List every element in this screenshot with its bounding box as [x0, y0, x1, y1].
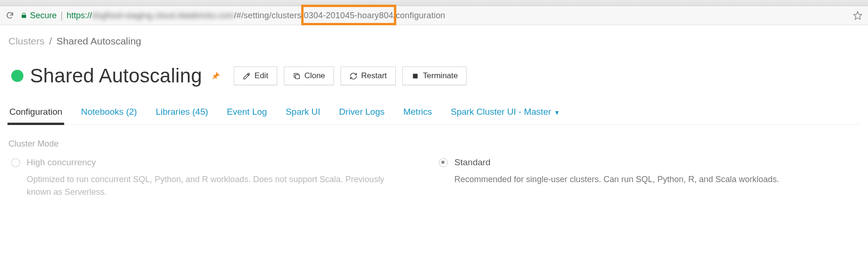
edit-button[interactable]: Edit [234, 66, 277, 85]
tab-spark-ui[interactable]: Spark UI [286, 105, 320, 125]
terminate-button[interactable]: Terminate [402, 66, 467, 85]
mode-standard-desc: Recommended for single-user clusters. Ca… [439, 173, 829, 186]
svg-rect-2 [413, 74, 417, 78]
tab-spark-cluster-ui-label: Spark Cluster UI - Master [451, 107, 551, 117]
secure-label: Secure [30, 11, 57, 21]
clone-button[interactable]: Clone [284, 66, 334, 85]
breadcrumb: Clusters / Shared Autoscaling [8, 36, 860, 47]
breadcrumb-root[interactable]: Clusters [8, 36, 45, 46]
breadcrumb-sep: / [49, 36, 52, 46]
browser-tab-strip [0, 0, 868, 6]
copy-icon [293, 72, 301, 80]
mode-high-concurrency-label: High concurrency [27, 157, 96, 168]
tab-notebooks[interactable]: Notebooks (2) [81, 105, 137, 125]
url-text[interactable]: https://dogfood-staging.cloud.databricks… [67, 11, 445, 21]
status-indicator-running [11, 70, 23, 82]
address-bar[interactable]: Secure | https://dogfood-staging.cloud.d… [0, 6, 868, 25]
clone-button-label: Clone [304, 71, 325, 81]
url-separator: | [60, 10, 63, 21]
svg-rect-1 [295, 74, 299, 79]
url-scheme: https:// [67, 11, 92, 20]
url-host: dogfood-staging.cloud.databricks.com [92, 11, 234, 20]
url-path-after: /configuration [393, 11, 445, 20]
pencil-icon [243, 72, 251, 80]
stop-icon [411, 72, 419, 80]
terminate-button-label: Terminate [423, 71, 458, 81]
page-content: Clusters / Shared Autoscaling Shared Aut… [0, 25, 868, 199]
mode-standard[interactable]: Standard Recommended for single-user clu… [439, 157, 829, 199]
tab-spark-cluster-ui[interactable]: Spark Cluster UI - Master▼ [451, 105, 560, 125]
tab-driver-logs[interactable]: Driver Logs [339, 105, 385, 125]
tabs: Configuration Notebooks (2) Libraries (4… [8, 105, 860, 125]
bookmark-star-icon[interactable] [853, 11, 862, 20]
breadcrumb-current: Shared Autoscaling [57, 36, 141, 46]
radio-standard[interactable] [439, 158, 448, 167]
cluster-header: Shared Autoscaling Edit Clone Restart Te… [8, 65, 860, 87]
mode-standard-label: Standard [454, 157, 490, 168]
edit-button-label: Edit [254, 71, 268, 81]
url-path-before: /#/setting/clusters/ [234, 11, 304, 20]
pin-icon[interactable] [210, 71, 221, 81]
tab-metrics[interactable]: Metrics [403, 105, 432, 125]
radio-high-concurrency[interactable] [11, 158, 20, 167]
section-title-cluster-mode: Cluster Mode [8, 139, 860, 149]
reload-icon[interactable] [6, 11, 14, 20]
mode-high-concurrency-desc: Optimized to run concurrent SQL, Python,… [11, 173, 401, 199]
tab-configuration[interactable]: Configuration [9, 105, 62, 125]
lock-icon [21, 12, 27, 19]
cluster-mode-options: High concurrency Optimized to run concur… [8, 157, 860, 199]
chevron-down-icon: ▼ [554, 109, 560, 116]
refresh-icon [349, 72, 357, 80]
restart-button-label: Restart [361, 71, 387, 81]
tab-event-log[interactable]: Event Log [227, 105, 267, 125]
page-title: Shared Autoscaling [30, 65, 202, 87]
url-cluster-id-text: 0304-201045-hoary804 [304, 11, 393, 20]
svg-marker-0 [854, 12, 862, 20]
url-cluster-id: 0304-201045-hoary804 [304, 11, 393, 21]
mode-high-concurrency[interactable]: High concurrency Optimized to run concur… [11, 157, 401, 199]
tab-libraries[interactable]: Libraries (45) [156, 105, 208, 125]
restart-button[interactable]: Restart [341, 66, 396, 85]
